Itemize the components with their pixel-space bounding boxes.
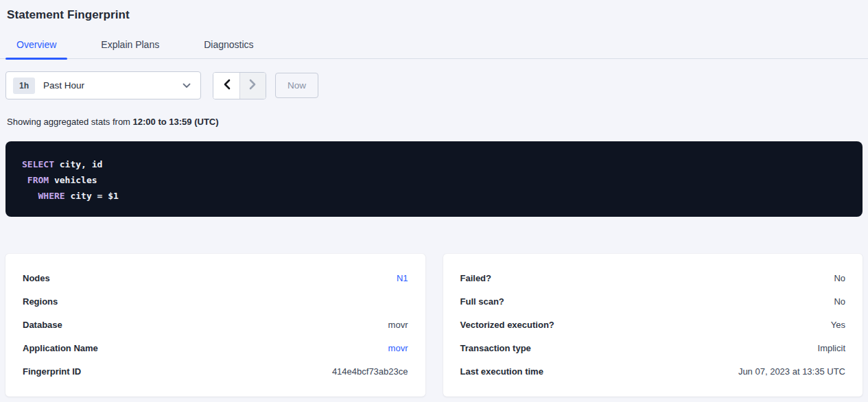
info-cards: NodesN1RegionsDatabasemovrApplication Na… (5, 254, 863, 397)
time-range-dropdown[interactable]: 1h Past Hour (5, 71, 201, 99)
info-row: Transaction typeImplicit (460, 336, 846, 359)
chevron-down-icon (183, 83, 191, 88)
execution-details-card: Failed?NoFull scan?NoVectorized executio… (443, 254, 863, 397)
info-value-link[interactable]: N1 (397, 273, 408, 283)
info-label: Database (23, 320, 62, 330)
info-row: Last execution timeJun 07, 2023 at 13:35… (460, 359, 846, 383)
info-label: Application Name (23, 343, 98, 353)
sql-keyword: FROM (27, 175, 49, 185)
prev-time-button[interactable] (213, 73, 239, 99)
info-value: Implicit (818, 343, 845, 353)
sql-code-line: SELECT city, id (22, 156, 846, 172)
sql-code-line: FROM vehicles (22, 172, 846, 188)
info-label: Failed? (460, 273, 492, 283)
time-nav-group (213, 72, 266, 99)
info-row: Failed?No (460, 266, 846, 289)
aggregated-stats-text: Showing aggregated stats from 12:00 to 1… (5, 117, 863, 127)
sql-keyword: WHERE (38, 191, 64, 201)
chevron-right-icon (249, 79, 257, 93)
statement-details-card: NodesN1RegionsDatabasemovrApplication Na… (5, 254, 425, 397)
info-value: Jun 07, 2023 at 13:35 UTC (738, 366, 845, 377)
stats-range: 12:00 to 13:59 (UTC) (133, 117, 219, 127)
sql-text: city, id (54, 159, 102, 169)
now-button[interactable]: Now (275, 73, 318, 98)
info-label: Last execution time (460, 366, 543, 377)
sql-text (22, 191, 38, 201)
next-time-button[interactable] (239, 73, 266, 99)
time-range-label: Past Hour (43, 80, 183, 91)
tab-diagnostics[interactable]: Diagnostics (193, 39, 264, 58)
info-value: 414e4bcf73ab23ce (332, 366, 408, 377)
toolbar: 1h Past Hour Now (5, 71, 863, 99)
info-row: Fingerprint ID414e4bcf73ab23ce (23, 359, 408, 383)
info-value: No (834, 273, 845, 283)
time-range-badge: 1h (13, 78, 35, 94)
info-label: Nodes (23, 273, 50, 283)
sql-text (22, 175, 27, 185)
info-row: Databasemovr (23, 313, 408, 336)
info-label: Fingerprint ID (23, 366, 81, 377)
stats-prefix: Showing aggregated stats from (7, 117, 133, 127)
sql-keyword: SELECT (22, 159, 54, 169)
info-row: Regions (23, 289, 408, 313)
tab-explain-plans[interactable]: Explain Plans (90, 39, 170, 58)
info-value: No (834, 296, 845, 307)
info-label: Full scan? (460, 296, 504, 307)
info-label: Vectorized execution? (460, 320, 554, 330)
info-row: Vectorized execution?Yes (460, 313, 846, 336)
sql-text: vehicles (49, 175, 97, 185)
page: Statement Fingerprint OverviewExplain Pl… (0, 0, 868, 397)
sql-code-line: WHERE city = $1 (22, 188, 846, 204)
info-value-link[interactable]: movr (388, 343, 408, 353)
tab-bar: OverviewExplain PlansDiagnostics (0, 39, 868, 59)
chevron-left-icon (223, 79, 231, 93)
info-label: Regions (23, 296, 58, 307)
page-title: Statement Fingerprint (5, 0, 863, 22)
info-value: Yes (831, 320, 845, 330)
sql-statement-box: SELECT city, id FROM vehicles WHERE city… (5, 141, 863, 217)
info-row: Application Namemovr (23, 336, 408, 359)
sql-text: city = $1 (65, 191, 119, 201)
tab-overview[interactable]: Overview (5, 39, 67, 58)
info-row: Full scan?No (460, 289, 846, 313)
info-row: NodesN1 (23, 266, 408, 289)
info-label: Transaction type (460, 343, 531, 353)
info-value: movr (388, 320, 408, 330)
